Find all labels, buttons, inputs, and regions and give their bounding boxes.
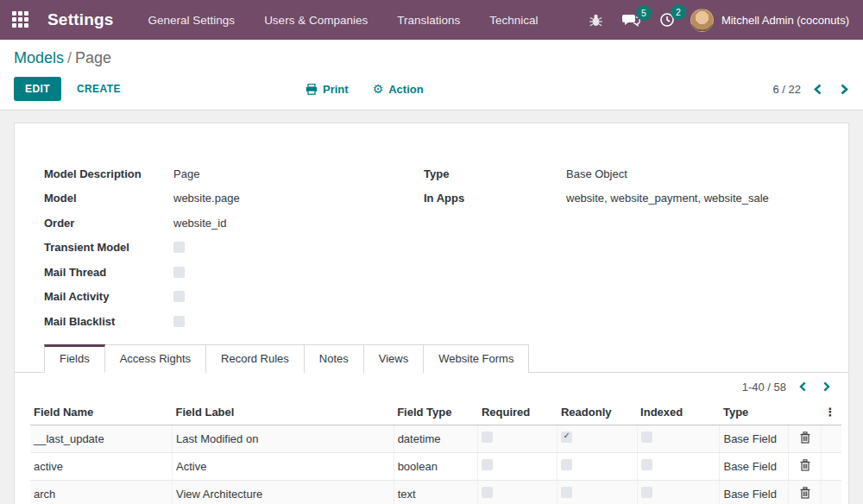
list-pager-previous-icon[interactable] xyxy=(798,381,807,392)
user-menu[interactable]: Mitchell Admin (coconuts) xyxy=(690,9,849,32)
col-readonly[interactable]: Readonly xyxy=(557,400,637,425)
content-area: Model DescriptionPage Modelwebsite.page … xyxy=(0,110,863,504)
cell-field-name: active xyxy=(30,452,173,480)
readonly-checkbox xyxy=(561,487,572,498)
optional-columns-icon[interactable]: ⋮ xyxy=(821,400,841,425)
print-icon xyxy=(306,84,318,95)
field-label-transient-model: Transient Model xyxy=(44,241,173,254)
field-label-mail-blacklist: Mail Blacklist xyxy=(44,315,173,328)
tab-record-rules[interactable]: Record Rules xyxy=(206,344,305,373)
indexed-checkbox xyxy=(641,432,652,443)
indexed-checkbox xyxy=(641,459,652,470)
mail-activity-checkbox xyxy=(173,291,185,302)
tab-fields[interactable]: Fields xyxy=(44,344,105,373)
cell-field-type: text xyxy=(394,480,478,504)
mail-thread-checkbox xyxy=(173,267,185,278)
table-row[interactable]: arch View Architecture text Base Field xyxy=(30,480,841,504)
edit-button[interactable]: EDIT xyxy=(14,77,61,101)
control-panel: Models/Page EDIT CREATE Print ⚙ Action 6… xyxy=(0,40,863,110)
breadcrumb-separator: / xyxy=(67,49,72,66)
fields-table: Field Name Field Label Field Type Requir… xyxy=(30,400,841,504)
breadcrumb-current: Page xyxy=(75,49,111,66)
field-label-mail-activity: Mail Activity xyxy=(44,290,173,303)
required-checkbox xyxy=(482,432,493,443)
app-title[interactable]: Settings xyxy=(47,10,114,29)
cell-field-type: boolean xyxy=(394,452,478,480)
cell-type: Base Field xyxy=(720,425,789,452)
apps-menu-icon[interactable] xyxy=(12,11,30,29)
readonly-checkbox xyxy=(561,459,572,470)
debug-bug-icon[interactable] xyxy=(589,13,603,28)
messages-icon[interactable]: 5 xyxy=(622,13,640,28)
tab-access-rights[interactable]: Access Rights xyxy=(105,344,206,373)
cell-field-name: arch xyxy=(30,480,173,504)
gear-icon: ⚙ xyxy=(373,83,384,95)
record-pager-value[interactable]: 6 / 22 xyxy=(772,83,801,96)
readonly-checkbox xyxy=(561,432,572,443)
cell-field-type: datetime xyxy=(394,425,478,452)
list-pager-next-icon[interactable] xyxy=(822,381,831,392)
cell-type: Base Field xyxy=(720,480,789,504)
cell-field-label: Last Modified on xyxy=(173,425,394,452)
field-value-type: Base Object xyxy=(566,167,627,180)
field-label-model: Model xyxy=(44,192,173,205)
field-value-in-apps: website, website_payment, website_sale xyxy=(566,192,769,205)
menu-technical[interactable]: Technical xyxy=(489,14,538,27)
table-row[interactable]: active Active boolean Base Field xyxy=(30,452,841,480)
col-field-type[interactable]: Field Type xyxy=(394,400,478,425)
field-value-model-description: Page xyxy=(173,167,199,180)
trash-icon xyxy=(800,459,810,471)
required-checkbox xyxy=(482,487,493,498)
pager-previous-icon[interactable] xyxy=(813,84,822,95)
menu-general-settings[interactable]: General Settings xyxy=(148,14,236,27)
messages-badge: 5 xyxy=(636,5,652,21)
pager-next-icon[interactable] xyxy=(840,84,849,95)
field-value-model: website.page xyxy=(173,192,240,205)
delete-row-button[interactable] xyxy=(800,459,810,471)
transient-model-checkbox xyxy=(173,242,185,253)
col-field-label[interactable]: Field Label xyxy=(173,400,394,425)
col-delete xyxy=(789,400,822,425)
activities-badge: 2 xyxy=(671,4,686,20)
tab-notes[interactable]: Notes xyxy=(305,344,364,373)
cell-field-label: View Architecture xyxy=(173,480,394,504)
col-indexed[interactable]: Indexed xyxy=(637,400,720,425)
systray: 5 2 xyxy=(589,12,675,28)
print-menu[interactable]: Print xyxy=(306,83,349,96)
top-navbar: Settings General Settings Users & Compan… xyxy=(0,0,863,40)
breadcrumb-models-link[interactable]: Models xyxy=(14,49,64,66)
activities-clock-icon[interactable]: 2 xyxy=(659,12,675,28)
field-label-type: Type xyxy=(424,167,566,180)
top-menu: General Settings Users & Companies Trans… xyxy=(148,14,539,27)
table-row[interactable]: __last_update Last Modified on datetime … xyxy=(30,425,841,452)
required-checkbox xyxy=(482,459,493,470)
list-pager-value[interactable]: 1-40 / 58 xyxy=(742,381,786,394)
mail-blacklist-checkbox xyxy=(173,316,185,327)
col-type[interactable]: Type xyxy=(720,400,789,425)
col-required[interactable]: Required xyxy=(478,400,557,425)
menu-users-companies[interactable]: Users & Companies xyxy=(264,14,368,27)
notebook-tabs: Fields Access Rights Record Rules Notes … xyxy=(15,344,848,373)
delete-row-button[interactable] xyxy=(800,487,810,499)
trash-icon xyxy=(800,487,810,499)
table-header-row: Field Name Field Label Field Type Requir… xyxy=(30,400,841,425)
field-label-model-description: Model Description xyxy=(44,167,173,180)
field-label-mail-thread: Mail Thread xyxy=(44,266,173,279)
create-button[interactable]: CREATE xyxy=(77,83,121,95)
cell-type: Base Field xyxy=(720,452,789,480)
col-field-name[interactable]: Field Name xyxy=(30,400,173,425)
action-menu[interactable]: ⚙ Action xyxy=(373,83,424,96)
indexed-checkbox xyxy=(641,487,652,498)
avatar xyxy=(690,9,714,32)
field-label-order: Order xyxy=(44,217,173,230)
breadcrumb: Models/Page xyxy=(14,49,849,67)
field-value-order: website_id xyxy=(173,217,226,230)
cell-field-label: Active xyxy=(173,452,394,480)
menu-translations[interactable]: Translations xyxy=(397,14,460,27)
form-sheet: Model DescriptionPage Modelwebsite.page … xyxy=(14,123,849,504)
tab-website-forms[interactable]: Website Forms xyxy=(424,344,529,373)
delete-row-button[interactable] xyxy=(800,432,810,444)
cell-field-name: __last_update xyxy=(30,425,173,452)
tab-views[interactable]: Views xyxy=(364,344,424,373)
field-label-in-apps: In Apps xyxy=(424,192,566,205)
